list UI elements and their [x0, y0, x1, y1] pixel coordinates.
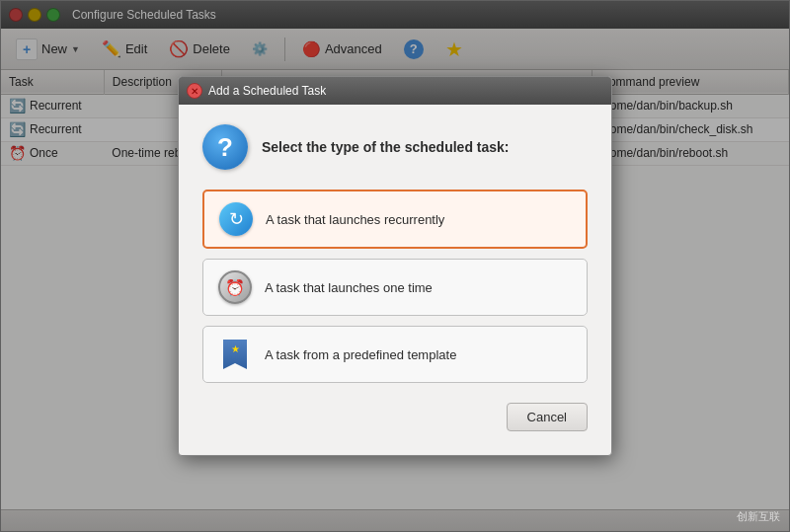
recurrent-icon: ↻ — [219, 202, 253, 236]
question-icon: ? — [202, 124, 248, 170]
bookmark-shape: ★ — [223, 340, 247, 369]
dialog-header-row: ? Select the type of the scheduled task: — [202, 124, 588, 170]
template-icon: ★ — [218, 338, 252, 371]
option-recurrent-label: A task that launches recurrently — [266, 212, 444, 227]
dialog-footer: Cancel — [202, 403, 588, 439]
option-template-icon-container: ★ — [217, 337, 253, 372]
option-recurrent-icon-container: ↻ — [218, 201, 254, 237]
watermark: 创新互联 — [737, 509, 780, 524]
option-onetime-label: A task that launches one time — [265, 280, 433, 295]
dialog-title: Add a Scheduled Task — [208, 84, 326, 98]
dialog-body: ? Select the type of the scheduled task:… — [179, 105, 611, 455]
dialog-titlebar: ✕ Add a Scheduled Task — [179, 77, 611, 105]
bookmark-star-icon: ★ — [231, 343, 240, 354]
option-list: ↻ A task that launches recurrently ⏰ A t… — [202, 190, 588, 383]
add-task-dialog: ✕ Add a Scheduled Task ? Select the type… — [178, 76, 612, 456]
option-onetime-icon-container: ⏰ — [217, 269, 253, 305]
option-template-label: A task from a predefined template — [265, 347, 456, 362]
option-recurrent-button[interactable]: ↻ A task that launches recurrently — [202, 190, 588, 249]
option-onetime-button[interactable]: ⏰ A task that launches one time — [202, 259, 588, 316]
watermark-text: 创新互联 — [737, 510, 780, 522]
modal-backdrop: ✕ Add a Scheduled Task ? Select the type… — [0, 0, 790, 532]
onetime-icon: ⏰ — [218, 270, 252, 304]
dialog-prompt: Select the type of the scheduled task: — [262, 139, 510, 155]
dialog-close-button[interactable]: ✕ — [187, 83, 202, 99]
option-template-button[interactable]: ★ A task from a predefined template — [202, 326, 588, 383]
cancel-button[interactable]: Cancel — [507, 403, 588, 431]
